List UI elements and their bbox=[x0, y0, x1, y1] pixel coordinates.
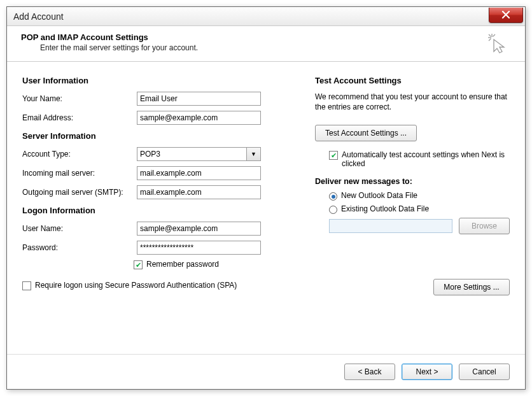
user-info-heading: User Information bbox=[22, 76, 296, 85]
cancel-button[interactable]: Cancel bbox=[459, 364, 510, 380]
deliver-heading: Deliver new messages to: bbox=[315, 177, 510, 186]
checkbox-empty-icon bbox=[22, 281, 31, 290]
email-input[interactable] bbox=[137, 111, 261, 125]
existing-data-file-radio[interactable]: Existing Outlook Data File bbox=[329, 204, 510, 214]
outgoing-server-label: Outgoing mail server (SMTP): bbox=[22, 188, 137, 197]
next-button[interactable]: Next > bbox=[402, 364, 452, 380]
footer-buttons: < Back Next > Cancel bbox=[7, 354, 525, 389]
new-data-file-label: New Outlook Data File bbox=[341, 191, 417, 200]
right-column: Test Account Settings We recommend that … bbox=[315, 74, 510, 354]
window-title: Add Account bbox=[13, 11, 64, 22]
remember-password-checkbox[interactable]: ✔ Remember password bbox=[134, 260, 296, 269]
svg-line-4 bbox=[489, 39, 491, 41]
existing-data-file-label: Existing Outlook Data File bbox=[341, 204, 429, 213]
header-subtitle: Enter the mail server settings for your … bbox=[40, 43, 511, 52]
account-type-label: Account Type: bbox=[22, 150, 137, 159]
chevron-down-icon: ▼ bbox=[246, 148, 260, 160]
more-settings-button[interactable]: More Settings ... bbox=[433, 279, 510, 295]
server-info-heading: Server Information bbox=[22, 131, 296, 141]
header-title: POP and IMAP Account Settings bbox=[21, 32, 511, 42]
browse-button: Browse bbox=[459, 218, 510, 234]
account-type-value: POP3 bbox=[140, 150, 160, 159]
radio-selected-icon bbox=[329, 192, 337, 201]
logon-info-heading: Logon Information bbox=[22, 206, 296, 215]
username-input[interactable] bbox=[137, 222, 261, 236]
auto-test-label: Automatically test account settings when… bbox=[342, 150, 510, 168]
svg-line-3 bbox=[493, 34, 496, 37]
auto-test-checkbox[interactable]: ✔ Automatically test account settings wh… bbox=[329, 150, 510, 168]
new-data-file-radio[interactable]: New Outlook Data File bbox=[329, 191, 510, 201]
add-account-window: Add Account POP and IMAP Account Setting… bbox=[6, 6, 526, 390]
checkmark-icon: ✔ bbox=[329, 151, 338, 160]
back-button[interactable]: < Back bbox=[344, 364, 395, 380]
incoming-server-input[interactable] bbox=[137, 166, 261, 180]
spa-label: Require logon using Secure Password Auth… bbox=[35, 281, 237, 290]
existing-file-path-input bbox=[329, 219, 452, 233]
remember-password-label: Remember password bbox=[146, 260, 219, 269]
test-account-settings-button[interactable]: Test Account Settings ... bbox=[315, 125, 417, 141]
close-icon bbox=[501, 11, 510, 18]
your-name-label: Your Name: bbox=[22, 94, 137, 103]
existing-file-row: Browse bbox=[329, 218, 510, 234]
username-label: User Name: bbox=[22, 224, 137, 233]
spa-checkbox[interactable]: Require logon using Secure Password Auth… bbox=[22, 281, 296, 290]
outgoing-server-input[interactable] bbox=[137, 185, 261, 199]
svg-line-2 bbox=[489, 34, 491, 37]
password-label: Password: bbox=[22, 243, 137, 252]
left-column: User Information Your Name: Email Addres… bbox=[22, 74, 296, 354]
your-name-input[interactable] bbox=[137, 92, 261, 106]
email-label: Email Address: bbox=[22, 113, 137, 122]
incoming-server-label: Incoming mail server: bbox=[22, 169, 137, 178]
close-button[interactable] bbox=[489, 8, 523, 23]
title-bar: Add Account bbox=[7, 7, 525, 26]
header-panel: POP and IMAP Account Settings Enter the … bbox=[7, 26, 525, 62]
test-settings-description: We recommend that you test your account … bbox=[315, 92, 510, 112]
password-input[interactable] bbox=[137, 241, 261, 255]
account-type-select[interactable]: POP3 ▼ bbox=[137, 147, 261, 161]
checkmark-icon: ✔ bbox=[134, 260, 143, 269]
cursor-click-icon bbox=[487, 32, 508, 56]
radio-unselected-icon bbox=[329, 206, 337, 214]
content-area: User Information Your Name: Email Addres… bbox=[7, 62, 525, 354]
test-settings-heading: Test Account Settings bbox=[315, 76, 510, 85]
